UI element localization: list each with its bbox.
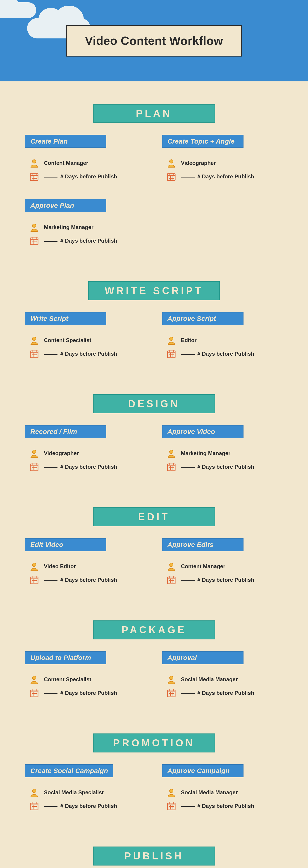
workflow-card: Edit Video Video Editor # Days before Pu… — [25, 538, 146, 589]
role-name: Marketing Manager — [181, 450, 231, 457]
blank-line — [44, 467, 57, 468]
card-label: Create Topic + Angle — [162, 135, 244, 148]
person-icon — [167, 788, 176, 797]
workflow-section: PLANCreate Plan Content Manager # Days b… — [25, 104, 283, 250]
role-row: Marketing Manager — [29, 222, 146, 232]
workflow-section: PROMOTIONCreate Social Campaign Social M… — [25, 734, 283, 815]
cards-grid: Write Script Content Specialist # Days b… — [25, 312, 283, 363]
workflow-card: Upload to Platform Content Specialist # … — [25, 651, 146, 702]
workflow-card: Approve Plan Marketing Manager # Days be… — [25, 199, 146, 250]
person-icon — [167, 448, 176, 458]
role-row: Videographer — [167, 158, 283, 168]
calendar-icon — [167, 172, 176, 181]
calendar-icon — [29, 801, 39, 811]
workflow-section: EDITEdit Video Video Editor # Days befor… — [25, 507, 283, 589]
person-icon — [29, 158, 39, 168]
role-name: Content Specialist — [44, 337, 91, 343]
sections-container: PLANCreate Plan Content Manager # Days b… — [0, 82, 308, 868]
role-name: Editor — [181, 337, 197, 343]
blank-line — [181, 467, 195, 468]
days-before-publish: # Days before Publish — [181, 690, 254, 696]
days-before-publish: # Days before Publish — [44, 351, 117, 357]
section-head: PACKAGE — [25, 620, 283, 640]
days-before-publish: # Days before Publish — [181, 174, 254, 180]
calendar-icon — [167, 688, 176, 698]
workflow-card: Approve Script Editor # Days before Publ… — [162, 312, 283, 363]
days-row: # Days before Publish — [29, 462, 146, 472]
card-label: Create Social Campaign — [25, 764, 113, 777]
blank-line — [44, 241, 57, 242]
cards-grid: Create Social Campaign Social Media Spec… — [25, 764, 283, 815]
role-row: Marketing Manager — [167, 448, 283, 458]
role-name: Social Media Specialist — [44, 789, 104, 796]
cards-grid: Edit Video Video Editor # Days before Pu… — [25, 538, 283, 589]
section-title: PROMOTION — [93, 734, 215, 752]
days-row: # Days before Publish — [167, 801, 283, 811]
person-icon — [29, 448, 39, 458]
cloud-decoration — [0, 2, 36, 18]
section-head: PROMOTION — [25, 734, 283, 752]
workflow-section: PUBLISHPublish Content Content Manager #… — [25, 846, 283, 868]
calendar-icon — [29, 172, 39, 181]
days-row: # Days before Publish — [167, 172, 283, 181]
page-title: Video Content Workflow — [85, 34, 223, 48]
infographic-page: Video Content Workflow PLANCreate Plan C… — [0, 0, 308, 868]
calendar-icon — [167, 462, 176, 472]
person-icon — [29, 336, 39, 345]
section-head: DESIGN — [25, 394, 283, 413]
role-row: Content Manager — [167, 562, 283, 571]
card-label: Recored / Film — [25, 425, 106, 438]
calendar-icon — [29, 688, 39, 698]
blank-line — [44, 177, 57, 178]
blank-line — [181, 580, 195, 581]
role-name: Social Media Manager — [181, 676, 238, 683]
workflow-card: Create Topic + Angle Videographer # Days… — [162, 135, 283, 185]
section-title: EDIT — [93, 507, 215, 526]
card-label: Write Script — [25, 312, 106, 325]
calendar-icon — [167, 575, 176, 585]
workflow-card: Approve Campaign Social Media Manager # … — [162, 764, 283, 815]
section-head: EDIT — [25, 507, 283, 526]
days-row: # Days before Publish — [167, 349, 283, 359]
person-icon — [29, 788, 39, 797]
days-before-publish: # Days before Publish — [181, 464, 254, 470]
calendar-icon — [29, 462, 39, 472]
section-title: WRITE SCRIPT — [88, 281, 220, 300]
days-before-publish: # Days before Publish — [44, 464, 117, 470]
section-head: WRITE SCRIPT — [25, 281, 283, 300]
cards-grid: Upload to Platform Content Specialist # … — [25, 651, 283, 702]
calendar-icon — [29, 575, 39, 585]
person-icon — [167, 562, 176, 571]
days-row: # Days before Publish — [29, 688, 146, 698]
days-before-publish: # Days before Publish — [44, 174, 117, 180]
header-banner: Video Content Workflow — [0, 0, 308, 82]
role-name: Videographer — [44, 450, 79, 457]
calendar-icon — [167, 801, 176, 811]
days-before-publish: # Days before Publish — [181, 351, 254, 357]
role-name: Content Manager — [44, 160, 88, 166]
days-before-publish: # Days before Publish — [44, 690, 117, 696]
days-row: # Days before Publish — [167, 688, 283, 698]
workflow-section: DESIGNRecored / Film Videographer # Days… — [25, 394, 283, 476]
role-row: Social Media Manager — [167, 788, 283, 797]
days-row: # Days before Publish — [29, 575, 146, 585]
workflow-card: Write Script Content Specialist # Days b… — [25, 312, 146, 363]
blank-line — [44, 580, 57, 581]
workflow-section: WRITE SCRIPTWrite Script Content Special… — [25, 281, 283, 363]
calendar-icon — [29, 236, 39, 246]
person-icon — [29, 562, 39, 571]
card-label: Approve Script — [162, 312, 244, 325]
section-title: DESIGN — [93, 394, 215, 413]
blank-line — [181, 693, 195, 694]
blank-line — [181, 806, 195, 807]
days-row: # Days before Publish — [29, 236, 146, 246]
section-title: PLAN — [93, 104, 215, 123]
person-icon — [167, 336, 176, 345]
role-row: Content Manager — [29, 158, 146, 168]
role-row: Content Specialist — [29, 336, 146, 345]
workflow-card: Approval Social Media Manager # Days bef… — [162, 651, 283, 702]
cards-grid: Create Plan Content Manager # Days befor… — [25, 135, 283, 250]
role-name: Content Specialist — [44, 676, 91, 683]
section-title: PUBLISH — [93, 846, 215, 866]
days-before-publish: # Days before Publish — [44, 577, 117, 583]
